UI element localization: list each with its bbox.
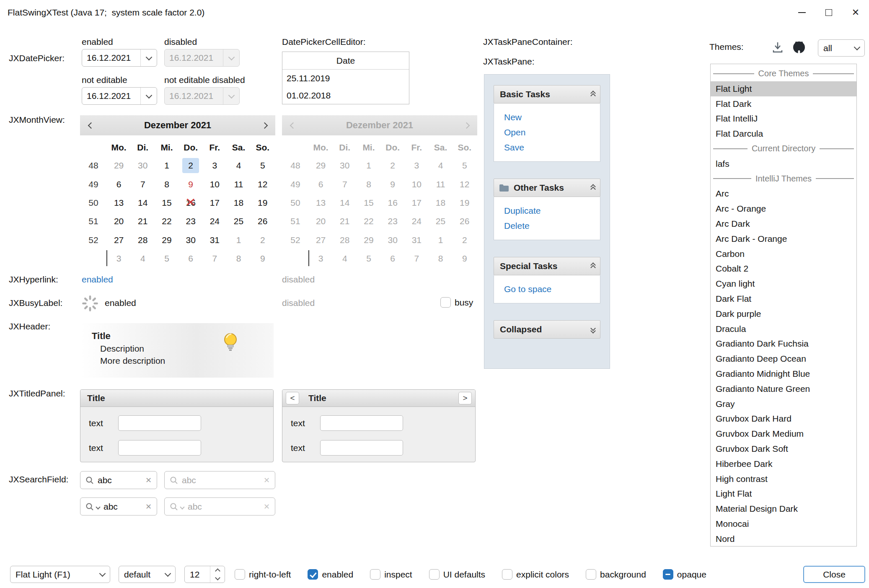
close-window-button[interactable]: ✕ xyxy=(842,0,869,25)
day-cell[interactable]: 4 xyxy=(131,249,155,268)
theme-item[interactable]: Nord xyxy=(711,531,856,547)
checkbox-box[interactable] xyxy=(370,569,380,580)
day-cell[interactable]: 16 xyxy=(179,194,203,212)
theme-item[interactable]: Arc xyxy=(711,186,856,201)
titled-panel-forward-button[interactable]: > xyxy=(458,392,472,404)
checkbox-enabled[interactable]: enabled xyxy=(308,569,353,580)
checkbox-right-to-left[interactable]: right-to-left xyxy=(235,569,291,580)
theme-item[interactable]: Carbon xyxy=(711,246,856,262)
theme-item[interactable]: Flat Dark xyxy=(711,96,856,111)
taskpane-link[interactable]: Save xyxy=(504,140,600,155)
day-cell[interactable]: 14 xyxy=(131,194,155,212)
day-cell[interactable]: 19 xyxy=(251,194,274,212)
day-cell[interactable]: 13 xyxy=(107,194,131,212)
day-cell[interactable]: 22 xyxy=(155,212,178,231)
theme-item[interactable]: Material Design Dark xyxy=(711,501,856,516)
day-cell[interactable]: 12 xyxy=(251,175,274,193)
day-cell[interactable]: 1 xyxy=(155,156,178,175)
day-cell[interactable]: 7 xyxy=(203,249,227,268)
day-cell[interactable]: 6 xyxy=(179,249,203,268)
theme-item[interactable]: Gruvbox Dark Medium xyxy=(711,426,856,441)
day-cell[interactable]: 31 xyxy=(203,231,227,249)
day-cell[interactable]: 6 xyxy=(107,175,131,193)
theme-item[interactable]: Flat IntelliJ xyxy=(711,111,856,126)
checkbox-background[interactable]: background xyxy=(586,569,646,580)
style-combo[interactable]: default xyxy=(119,566,176,583)
taskpane-link[interactable]: New xyxy=(504,110,600,125)
taskpane-title[interactable]: Special Tasks xyxy=(494,257,600,275)
next-month-button[interactable] xyxy=(253,115,275,135)
text-input[interactable] xyxy=(118,440,201,456)
taskpane-link[interactable]: Delete xyxy=(504,218,600,233)
taskpane-title[interactable]: Other Tasks xyxy=(494,179,600,197)
day-cell[interactable]: 10 xyxy=(203,175,227,193)
theme-item[interactable]: Light Flat xyxy=(711,486,856,501)
taskpane-link[interactable]: Duplicate xyxy=(504,203,600,218)
laf-combo[interactable]: Flat Light (F1) xyxy=(10,566,110,583)
date-cell[interactable]: 25.11.2019 xyxy=(282,70,409,87)
day-cell[interactable]: 25 xyxy=(227,212,251,231)
taskpane-title[interactable]: Collapsed xyxy=(494,320,600,339)
table-header[interactable]: Date xyxy=(282,52,409,70)
theme-item[interactable]: Arc Dark xyxy=(711,216,856,231)
theme-item[interactable]: Arc Dark - Orange xyxy=(711,231,856,246)
checkbox-box[interactable] xyxy=(586,569,596,580)
day-cell[interactable]: 30 xyxy=(131,156,155,175)
theme-item[interactable]: Gradianto Dark Fuchsia xyxy=(711,336,856,351)
prev-month-button[interactable] xyxy=(80,115,102,135)
checkbox-opaque[interactable]: opaque xyxy=(663,569,706,580)
checkbox-box[interactable] xyxy=(235,569,245,580)
download-icon[interactable] xyxy=(771,41,784,54)
theme-item[interactable]: Dark purple xyxy=(711,306,856,321)
close-button[interactable]: Close xyxy=(803,566,865,583)
day-cell[interactable]: 26 xyxy=(251,212,274,231)
day-cell[interactable]: 5 xyxy=(251,156,274,175)
theme-item[interactable]: lafs xyxy=(711,156,856,171)
theme-item[interactable]: Dark Flat xyxy=(711,291,856,306)
checkbox-box[interactable] xyxy=(440,297,451,308)
theme-item[interactable]: Cobalt 2 xyxy=(711,261,856,276)
day-cell[interactable]: 29 xyxy=(155,231,178,249)
checkbox-box[interactable] xyxy=(429,569,440,580)
day-cell[interactable]: 3 xyxy=(203,156,227,175)
theme-item[interactable]: Monocai xyxy=(711,516,856,531)
day-cell[interactable]: 9 xyxy=(179,175,203,193)
day-cell[interactable]: 30 xyxy=(179,231,203,249)
day-cell[interactable]: 29 xyxy=(107,156,131,175)
text-input[interactable] xyxy=(118,415,201,431)
date-cell[interactable]: 01.02.2018 xyxy=(282,87,409,104)
themes-filter-combo[interactable]: all xyxy=(818,39,865,57)
day-cell[interactable]: 2 xyxy=(179,156,203,175)
taskpane-title[interactable]: Basic Tasks xyxy=(494,85,600,104)
theme-item[interactable]: Gradianto Nature Green xyxy=(711,381,856,396)
checkbox-busy[interactable]: busy xyxy=(440,297,473,308)
theme-item[interactable]: Cyan light xyxy=(711,276,856,291)
theme-item[interactable]: High contrast xyxy=(711,471,856,487)
minimize-button[interactable] xyxy=(789,0,815,25)
day-cell[interactable]: 15 xyxy=(155,194,178,212)
theme-item[interactable]: Gradianto Midnight Blue xyxy=(711,366,856,381)
theme-item[interactable]: Gradianto Deep Ocean xyxy=(711,351,856,366)
day-cell[interactable]: 28 xyxy=(131,231,155,249)
day-cell[interactable]: 9 xyxy=(251,249,274,268)
day-cell[interactable]: 21 xyxy=(131,212,155,231)
theme-item[interactable]: Hiberbee Dark xyxy=(711,456,856,471)
search-field-3[interactable]: abc ✕ xyxy=(80,497,157,515)
theme-item[interactable]: Dracula xyxy=(711,321,856,337)
theme-item[interactable]: Flat Light xyxy=(711,81,856,96)
hyperlink-enabled[interactable]: enabled xyxy=(82,275,113,285)
day-cell[interactable]: 4 xyxy=(227,156,251,175)
datepicker-enabled[interactable]: 16.12.2021 xyxy=(82,49,157,67)
day-cell[interactable]: 7 xyxy=(131,175,155,193)
day-cell[interactable]: 3 xyxy=(107,249,131,268)
datepicker-dropdown-button[interactable] xyxy=(140,88,157,104)
theme-item[interactable]: Flat Darcula xyxy=(711,126,856,141)
clear-icon[interactable]: ✕ xyxy=(145,502,152,511)
spinner-arrow-buttons[interactable] xyxy=(210,566,225,583)
taskpane-link[interactable]: Open xyxy=(504,125,600,140)
day-cell[interactable]: 8 xyxy=(155,175,178,193)
checkbox-box[interactable] xyxy=(308,569,318,580)
day-cell[interactable]: 8 xyxy=(227,249,251,268)
checkbox-inspect[interactable]: inspect xyxy=(370,569,412,580)
day-cell[interactable]: 23 xyxy=(179,212,203,231)
